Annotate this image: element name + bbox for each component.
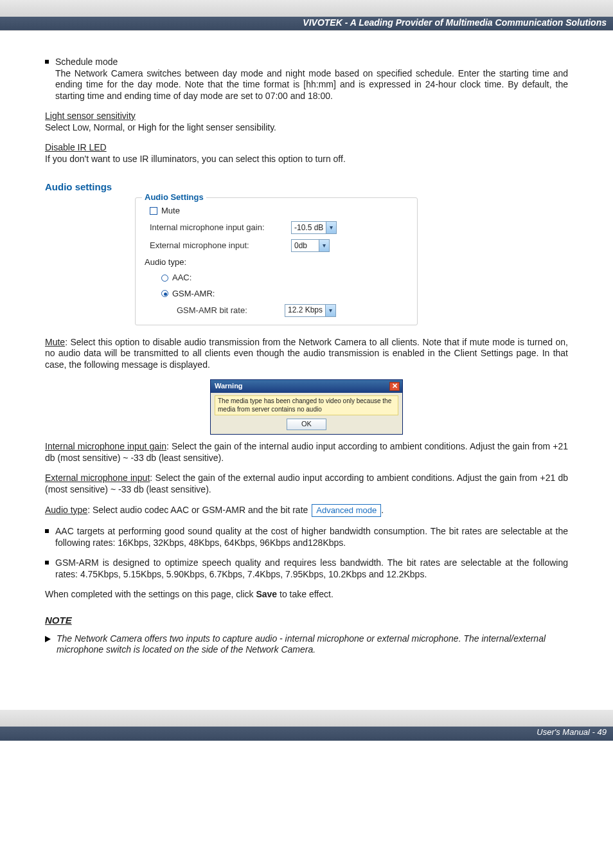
int-gain-value: -10.5 dB: [292, 223, 326, 233]
int-gain-row: Internal microphone input gain: -10.5 dB…: [143, 219, 409, 237]
ext-value: 0db: [292, 241, 319, 251]
dialog-titlebar: Warning ✕: [211, 380, 402, 393]
gsm-bullet: GSM-ARM is designed to optimize speech q…: [45, 557, 568, 580]
gsm-label: GSM-AMR:: [172, 289, 215, 299]
type-body1: : Select audio codec AAC or GSM-AMR and …: [87, 505, 308, 515]
ir-body: If you don't want to use IR illuminators…: [45, 154, 346, 164]
ext-input-row: External microphone input: 0db ▾: [143, 237, 409, 255]
chevron-down-icon: ▾: [319, 240, 329, 251]
save-note: When completed with the settings on this…: [45, 589, 568, 601]
bullet-icon: [45, 561, 49, 565]
audio-settings-panel: Audio Settings Mute Internal microphone …: [135, 197, 418, 325]
ext-head: External microphone input: [45, 473, 150, 483]
schedule-body: The Network Camera switches between day …: [55, 68, 568, 101]
audio-type-label: Audio type:: [145, 257, 186, 267]
ext-label: External microphone input:: [150, 240, 291, 251]
gsm-rate-value: 12.2 Kbps: [285, 305, 325, 315]
chevron-down-icon: ▾: [326, 222, 336, 233]
dialog-button-row: OK: [215, 419, 398, 430]
note-heading: NOTE: [45, 615, 568, 627]
note-text: The Network Camera offers two inputs to …: [57, 633, 546, 655]
gsm-rate-label: GSM-AMR bit rate:: [177, 305, 285, 316]
panel-legend: Audio Settings: [142, 192, 206, 203]
save-bold: Save: [256, 589, 277, 599]
int-head: Internal microphone input gain: [45, 441, 166, 451]
mute-label: Mute: [161, 206, 180, 216]
mute-head: Mute: [45, 337, 65, 347]
save-text2: to take effect.: [277, 589, 333, 599]
gsm-rate-select[interactable]: 12.2 Kbps ▾: [285, 304, 336, 317]
page-footer: User's Manual - 49: [0, 710, 613, 741]
light-body: Select Low, Normal, or High for the ligh…: [45, 122, 276, 132]
close-icon[interactable]: ✕: [389, 382, 400, 391]
mute-body: : Select this option to disable audio tr…: [45, 337, 568, 370]
mute-row: Mute: [143, 203, 409, 219]
ir-heading: Disable IR LED: [45, 142, 107, 152]
aac-text: AAC targets at performing good sound qua…: [55, 526, 568, 548]
int-gain-description: Internal microphone input gain: Select t…: [45, 441, 568, 464]
save-text1: When completed with the settings on this…: [45, 589, 256, 599]
dialog-body: The media type has been changed to video…: [211, 393, 402, 434]
ext-select[interactable]: 0db ▾: [291, 239, 330, 252]
light-heading: Light sensor sensitivity: [45, 111, 136, 121]
aac-row: AAC:: [143, 270, 409, 285]
page-content: Schedule mode The Network Camera switche…: [0, 31, 613, 684]
aac-label: AAC:: [172, 273, 191, 283]
chevron-down-icon: ▾: [325, 305, 335, 316]
footer-text: User's Manual - 49: [537, 727, 607, 737]
type-body2: .: [381, 505, 384, 515]
aac-bullet: AAC targets at performing good sound qua…: [45, 526, 568, 548]
int-gain-label: Internal microphone input gain:: [150, 222, 291, 233]
gsm-row: GSM-AMR:: [143, 286, 409, 302]
mute-description: Mute: Select this option to disable audi…: [45, 337, 568, 371]
dialog-title-text: Warning: [215, 382, 243, 391]
gsm-text: GSM-ARM is designed to optimize speech q…: [55, 557, 568, 579]
ok-button[interactable]: OK: [287, 419, 326, 430]
type-head: Audio type: [45, 505, 87, 515]
aac-radio[interactable]: [161, 275, 168, 282]
disable-ir-led: Disable IR LED If you don't want to use …: [45, 142, 568, 165]
header-title: VIVOTEK - A Leading Provider of Multimed…: [303, 17, 607, 28]
bullet-icon: [45, 529, 49, 533]
ext-input-description: External microphone input: Select the ga…: [45, 473, 568, 495]
dialog-message: The media type has been changed to video…: [215, 395, 398, 415]
mute-checkbox[interactable]: [150, 207, 157, 215]
schedule-mode: Schedule mode The Network Camera switche…: [45, 57, 568, 102]
warning-dialog: Warning ✕ The media type has been change…: [210, 379, 403, 435]
bullet-icon: [45, 60, 49, 64]
schedule-label: Schedule mode: [55, 57, 118, 67]
light-sensitivity: Light sensor sensitivity Select Low, Nor…: [45, 111, 568, 133]
int-gain-select[interactable]: -10.5 dB ▾: [291, 221, 337, 234]
gsm-rate-row: GSM-AMR bit rate: 12.2 Kbps ▾: [143, 302, 409, 320]
note-body: The Network Camera offers two inputs to …: [45, 633, 568, 656]
audio-type-row: Audio type:: [143, 255, 409, 270]
audio-type-description: Audio type: Select audio codec AAC or GS…: [45, 504, 568, 517]
gsm-radio[interactable]: [161, 290, 168, 297]
advanced-mode-badge: Advanced mode: [312, 504, 381, 517]
audio-settings-title: Audio settings: [45, 181, 568, 194]
page-header: VIVOTEK - A Leading Provider of Multimed…: [0, 0, 613, 31]
